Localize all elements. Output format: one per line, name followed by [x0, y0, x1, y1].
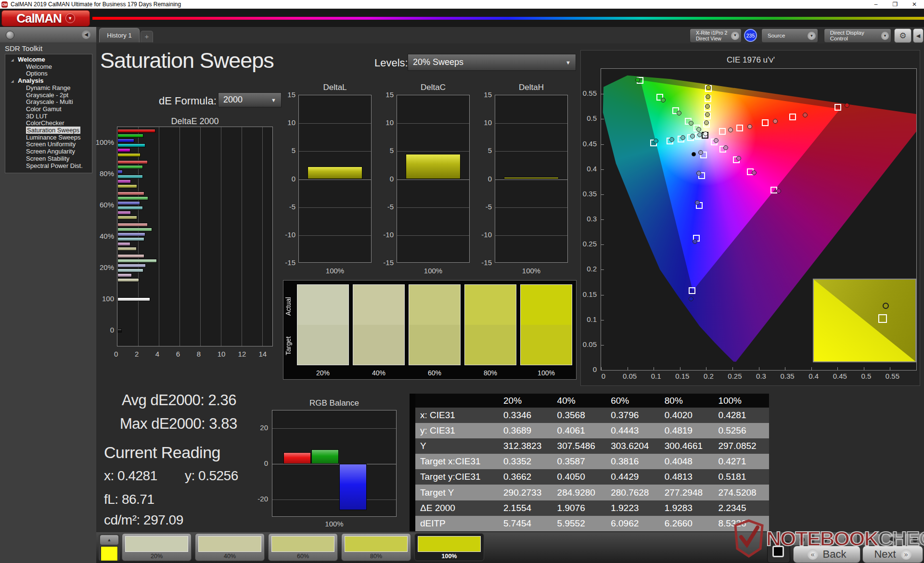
swatch-label: 100% — [520, 369, 572, 377]
transport-button-1[interactable] — [791, 533, 812, 546]
sidebar-indicator-button[interactable] — [6, 31, 14, 39]
sidebar-item-welcome[interactable]: Welcome — [5, 56, 92, 64]
swatch-label: 60% — [409, 369, 461, 377]
source-dropdown[interactable]: Source ▼ — [761, 28, 818, 43]
table-value-cell: 277.2948 — [662, 487, 716, 498]
current-reading-heading: Current Reading — [104, 443, 220, 462]
sidebar-item-grayscale-multi[interactable]: Grayscale - Multi — [5, 99, 92, 106]
thumbnail-80%[interactable]: 80% — [341, 533, 411, 561]
deltae-chart-title: DeltaE 2000 — [117, 116, 273, 127]
sidebar-item-welcome[interactable]: Welcome — [5, 64, 92, 71]
rgb-y-tick: -20 — [257, 495, 268, 503]
calman-logo-button[interactable]: CalMAN ▼ — [1, 10, 90, 26]
cie-x-tick: 0.2 — [700, 372, 717, 380]
sidebar-item-screen-angularity[interactable]: Screen Angularity — [5, 148, 92, 155]
tab-history[interactable]: History 1 — [99, 28, 140, 42]
sidebar-topbar: ◀ — [0, 27, 96, 42]
cie-y-tick-mark — [601, 244, 604, 245]
sidebar-item-grayscale-2pt[interactable]: Grayscale - 2pt — [5, 92, 92, 99]
mini-y-tick: -10 — [375, 230, 394, 239]
table-strip-cell — [410, 423, 415, 438]
cie-y-tick: 0.1 — [587, 315, 597, 323]
cie-y-tick-mark — [601, 144, 604, 145]
transport-button-4[interactable] — [859, 533, 880, 546]
deltae-bar — [117, 216, 137, 219]
deltae-bar — [117, 165, 143, 169]
sidebar-item-colorchecker[interactable]: ColorChecker — [5, 120, 92, 127]
mini-gridline — [299, 123, 371, 124]
back-button[interactable]: « Back — [793, 546, 860, 563]
table-row-label: Target x:CIE31 — [415, 456, 500, 467]
deltae-bar — [117, 129, 155, 133]
sidebar-item-color-gamut[interactable]: Color Gamut — [5, 106, 92, 113]
mini-plot — [298, 95, 372, 263]
sidebar-item-analysis[interactable]: Analysis — [5, 77, 92, 85]
table-value-cell: 0.4813 — [662, 472, 716, 482]
cie-measured-yellow — [705, 112, 710, 117]
sidebar-item-luminance-sweeps[interactable]: Luminance Sweeps — [5, 134, 92, 141]
display-control-dropdown[interactable]: Direct Display Control ▼ — [824, 28, 891, 43]
cie-y-tick-mark — [601, 119, 604, 119]
rgb-balance-title: RGB Balance — [272, 398, 397, 408]
minimize-button[interactable]: – — [866, 1, 886, 8]
deltae-bar — [117, 232, 145, 236]
panel-collapse-icon[interactable]: ◀ — [913, 28, 924, 43]
thumbnail-100%[interactable]: 100% — [414, 533, 484, 561]
sidebar-item-3d-lut[interactable]: 3D LUT — [5, 113, 92, 120]
table-value-cell: 290.2733 — [500, 487, 554, 498]
chart-title: DeltaH — [495, 83, 568, 92]
cie-x-axis: 00.050.10.150.20.250.30.350.40.450.50.55 — [601, 372, 917, 382]
levels-dropdown[interactable]: 20% Sweeps ▼ — [408, 54, 576, 71]
deltae-bar — [117, 143, 145, 147]
luminance-badge[interactable]: 235 — [744, 29, 757, 42]
cie-y-tick: 0.15 — [583, 290, 597, 298]
meter-dropdown[interactable]: X-Rite i1Pro 2Direct View ▼ — [690, 28, 742, 43]
deltae-bar — [117, 170, 123, 174]
close-button[interactable]: ✕ — [905, 1, 924, 8]
sidebar-item-screen-uniformity[interactable]: Screen Uniformity — [5, 141, 92, 148]
bottom-strip: ▲ 20%40%60%80%100% « Back Next » — [96, 532, 924, 563]
deltae-group-label: 20% — [92, 263, 114, 271]
swatch-label: 80% — [464, 369, 516, 377]
mini-y-tick: 15 — [277, 90, 295, 99]
expand-up-button[interactable]: ▲ — [100, 535, 118, 545]
sidebar-item-spectral-power-dist-[interactable]: Spectral Power Dist. — [5, 163, 92, 170]
mini-y-tick: 10 — [474, 118, 492, 127]
thumbnail-40%[interactable]: 40% — [195, 533, 265, 561]
formula-dropdown[interactable]: 2000 ▼ — [218, 92, 282, 107]
stop-button[interactable] — [767, 541, 790, 563]
table-value-cell: 6.0962 — [608, 518, 662, 529]
mini-gridline — [397, 151, 469, 152]
table-row-label: ΔE 2000 — [415, 503, 500, 513]
sidebar-item-saturation-sweeps[interactable]: Saturation Sweeps — [5, 127, 92, 134]
sidebar-collapse-icon[interactable]: ◀ — [82, 30, 90, 39]
sidebar-item-screen-stability[interactable]: Screen Stability — [5, 155, 92, 163]
transport-button-3[interactable] — [836, 533, 858, 546]
cie-measured-yellow — [706, 94, 710, 99]
deltae-bar — [117, 211, 131, 215]
restore-button[interactable]: ❐ — [886, 1, 905, 8]
thumbnail-60%[interactable]: 60% — [268, 533, 338, 561]
gear-icon[interactable]: ⚙ — [894, 28, 911, 43]
deltae-group-label: 100% — [92, 138, 114, 146]
transport-button-6[interactable] — [904, 533, 924, 546]
thumbnail-label: 100% — [415, 553, 484, 560]
swatch-column-40%: 40% — [353, 284, 405, 377]
table-value-cell: 2.2345 — [715, 503, 769, 513]
deltae-group-label: 40% — [92, 232, 114, 240]
next-button[interactable]: Next » — [862, 546, 923, 563]
mini-gridline — [397, 123, 469, 124]
sidebar-item-options[interactable]: Options — [5, 70, 92, 77]
transport-button-2[interactable] — [814, 533, 835, 546]
mini-gridline — [495, 179, 567, 180]
cie-target-red — [789, 114, 796, 120]
deltae-bars — [117, 127, 272, 158]
tab-add-button[interactable]: + — [141, 31, 153, 42]
sidebar-item-dynamic-range[interactable]: Dynamic Range — [5, 85, 92, 92]
window-titlebar: CM CalMAN 2019 CalMAN Ultimate for Busin… — [0, 0, 924, 9]
thumbnail-20%[interactable]: 20% — [122, 533, 192, 561]
cie-measured-magenta — [752, 170, 757, 175]
cie-white-measured — [703, 131, 708, 136]
transport-button-5[interactable] — [882, 533, 903, 546]
cie-x-tick-mark — [680, 367, 680, 370]
